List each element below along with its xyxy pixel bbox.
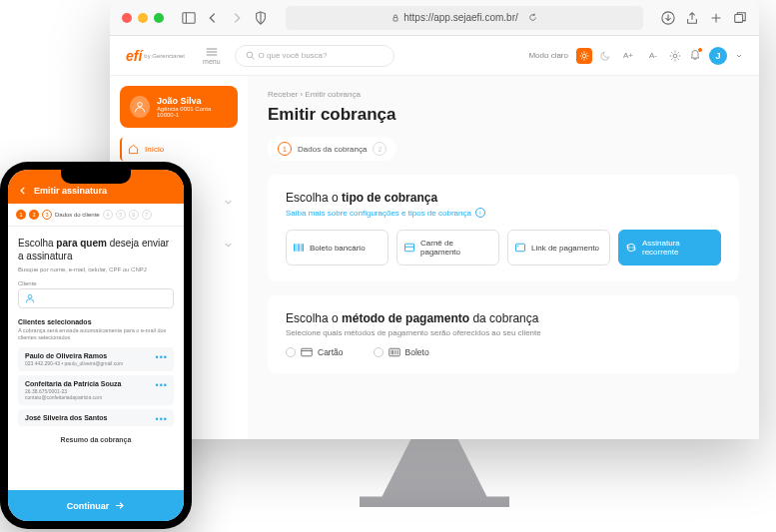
browser-bar: https://app.sejaefi.com.br/ — [110, 0, 759, 36]
search-input[interactable]: O que você busca? — [235, 45, 394, 67]
svg-line-10 — [252, 57, 254, 59]
client-menu-icon[interactable]: ••• — [156, 414, 168, 424]
moon-icon[interactable] — [600, 50, 611, 61]
client-menu-icon[interactable]: ••• — [156, 352, 168, 362]
app-header: efí by Gerencianet menu O que você busca… — [110, 36, 759, 76]
avatar[interactable]: J — [709, 47, 727, 65]
step-2[interactable]: 2 — [373, 142, 387, 156]
maximize-window[interactable] — [154, 13, 164, 23]
cliente-input[interactable] — [18, 288, 174, 308]
arrow-right-icon — [114, 500, 125, 511]
phone-step-5[interactable]: 5 — [116, 210, 126, 220]
client-item[interactable]: Confeitaria da Patrícia Souza 26.38.675/… — [18, 375, 174, 405]
phone-stepper: 1 2 3 Dados do cliente 4 5 6 7 — [8, 204, 184, 227]
svg-point-31 — [28, 294, 32, 298]
svg-rect-24 — [302, 348, 313, 356]
close-window[interactable] — [122, 13, 132, 23]
font-increase[interactable]: A+ — [619, 49, 637, 62]
share-icon[interactable] — [685, 11, 699, 25]
radio-boleto[interactable] — [374, 347, 384, 357]
back-icon[interactable] — [206, 11, 220, 25]
main-content: Receber › Emitir cobrança Emitir cobranç… — [248, 76, 759, 439]
lock-icon — [391, 14, 399, 22]
svg-point-12 — [673, 54, 677, 58]
phone-step-2[interactable]: 2 — [29, 210, 39, 220]
tipo-assinatura[interactable]: Assinatura recorrente — [618, 230, 721, 266]
user-card[interactable]: João Silva Agência 0001 Conta 10000-1 — [120, 86, 238, 128]
phone-step-7[interactable]: 7 — [142, 210, 152, 220]
card-icon — [301, 347, 313, 357]
learn-more-link[interactable]: Saiba mais sobre configurações e tipos d… — [286, 208, 721, 218]
monitor-stand — [360, 437, 509, 507]
phone-content: Escolha para quem deseja enviar a assina… — [8, 227, 184, 459]
menu-toggle[interactable]: menu — [203, 47, 221, 65]
phone-heading: Escolha para quem deseja enviar a assina… — [18, 237, 174, 263]
chevron-down-icon[interactable] — [735, 52, 743, 60]
gear-icon[interactable] — [669, 50, 681, 62]
svg-rect-3 — [393, 17, 397, 21]
svg-rect-22 — [516, 244, 525, 252]
tabs-icon[interactable] — [733, 11, 747, 25]
step-1[interactable]: 1 — [278, 142, 292, 156]
svg-point-9 — [247, 52, 253, 58]
header-right: Modo claro A+ A- J — [528, 47, 743, 65]
theme-toggle[interactable] — [576, 48, 592, 64]
method-cartao[interactable]: Cartão — [286, 347, 344, 357]
phone-notch — [61, 170, 131, 184]
home-icon — [128, 144, 139, 155]
phone-subheading: Busque por nome, e-mail, celular, CPF ou… — [18, 266, 174, 272]
client-menu-icon[interactable]: ••• — [156, 380, 168, 390]
svg-rect-26 — [388, 348, 399, 356]
chevron-down-icon — [223, 197, 234, 208]
url-text: https://app.sejaefi.com.br/ — [403, 12, 518, 23]
phone-device: Emitir assinatura 1 2 3 Dados do cliente… — [0, 162, 192, 529]
card-title: Escolha o tipo de cobrança — [286, 191, 721, 205]
theme-label: Modo claro — [528, 51, 568, 60]
card-subtitle-2: Selecione quais métodos de pagamento ser… — [286, 328, 721, 337]
user-account-info: Agência 0001 Conta 10000-1 — [157, 106, 228, 118]
phone-step-1[interactable]: 1 — [16, 210, 26, 220]
svg-rect-0 — [183, 12, 195, 23]
shield-icon[interactable] — [254, 11, 268, 25]
font-decrease[interactable]: A- — [645, 49, 661, 62]
back-icon[interactable] — [18, 186, 28, 196]
tipo-carne[interactable]: Carnê de pagamento — [396, 230, 499, 266]
user-avatar-icon — [130, 96, 150, 118]
svg-point-23 — [517, 246, 518, 247]
tipo-link[interactable]: Link de pagamento — [507, 230, 610, 266]
info-icon: i — [475, 208, 485, 218]
barcode-icon — [293, 242, 305, 254]
continuar-button[interactable]: Continuar — [8, 490, 184, 521]
logo-subtitle: by Gerencianet — [144, 53, 185, 59]
stepper: 1 Dados da cobrança 2 — [268, 137, 396, 161]
phone-screen: Emitir assinatura 1 2 3 Dados do cliente… — [8, 170, 184, 521]
phone-step-3[interactable]: 3 — [42, 210, 52, 220]
sidebar-item-inicio[interactable]: Início — [120, 138, 238, 161]
minimize-window[interactable] — [138, 13, 148, 23]
notifications[interactable] — [689, 49, 701, 63]
step-1-label: Dados da cobrança — [298, 145, 367, 154]
forward-icon[interactable] — [230, 11, 244, 25]
tipo-boleto[interactable]: Boleto bancário — [286, 230, 388, 266]
booklet-icon — [403, 242, 415, 254]
sidebar-toggle-icon[interactable] — [182, 11, 196, 25]
radio-cartao[interactable] — [286, 347, 296, 357]
phone-step-6[interactable]: 6 — [129, 210, 139, 220]
client-item[interactable]: Paulo de Oliveira Ramos 023.442.290-43 •… — [18, 347, 174, 371]
new-tab-icon[interactable] — [709, 11, 723, 25]
recurring-icon — [625, 242, 637, 254]
search-icon — [246, 51, 255, 60]
svg-rect-20 — [405, 244, 414, 252]
phone-step-4[interactable]: 4 — [103, 210, 113, 220]
link-icon — [514, 242, 526, 254]
browser-actions — [661, 11, 747, 25]
client-item[interactable]: José Silveira dos Santos ••• — [18, 409, 174, 426]
browser-nav — [182, 11, 268, 25]
download-icon[interactable] — [661, 11, 675, 25]
resumo-button[interactable]: Resumo da cobrança — [18, 430, 174, 449]
phone-step-label: Dados do cliente — [55, 212, 100, 218]
url-bar[interactable]: https://app.sejaefi.com.br/ — [286, 6, 643, 30]
metodo-pagamento-card: Escolha o método de pagamento da cobranç… — [268, 295, 739, 373]
method-boleto[interactable]: Boleto — [374, 347, 429, 357]
refresh-icon[interactable] — [528, 13, 537, 22]
